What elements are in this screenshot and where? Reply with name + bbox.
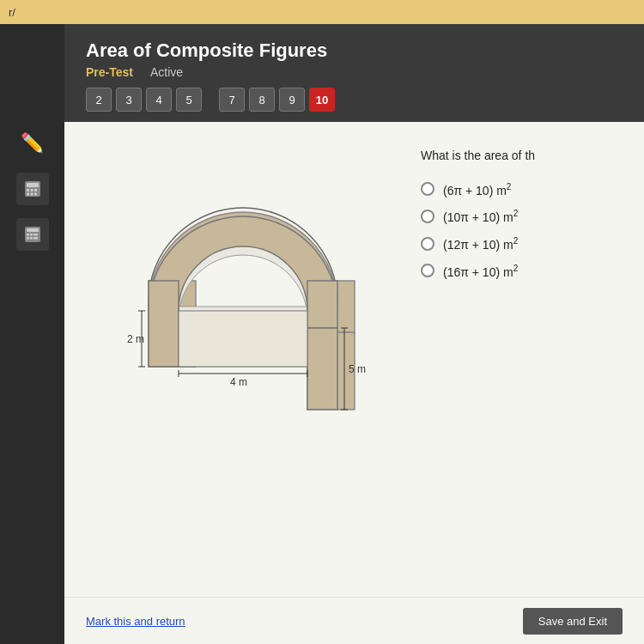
svg-rect-25 [149, 281, 179, 367]
option-2[interactable]: (10π + 10) m2 [421, 209, 627, 224]
option-1-radio[interactable] [421, 182, 434, 196]
svg-rect-6 [30, 193, 33, 196]
nav-gap [206, 88, 215, 112]
option-4-text: (16π + 10) m2 [443, 264, 518, 279]
content-header: Area of Composite Figures Pre-Test Activ… [64, 24, 644, 122]
svg-text:4 m: 4 m [230, 376, 247, 388]
nav-btn-5[interactable]: 5 [176, 88, 202, 112]
question-nav: 2 3 4 5 7 8 9 10 [86, 88, 623, 112]
svg-rect-7 [34, 193, 37, 196]
option-3-text: (12π + 10) m2 [443, 236, 518, 252]
content-panel: Area of Composite Figures Pre-Test Activ… [64, 24, 644, 644]
svg-rect-11 [30, 234, 33, 236]
calculator-large-icon[interactable] [16, 173, 49, 205]
svg-rect-13 [27, 237, 29, 240]
browser-url: r/ [9, 6, 15, 19]
options-list: (6π + 10) m2 (10π + 10) m2 (12π + 10) m2… [421, 182, 627, 279]
nav-btn-2[interactable]: 2 [86, 88, 112, 112]
pencil-icon[interactable]: ✏️ [16, 127, 49, 160]
nav-btn-8[interactable]: 8 [249, 88, 275, 112]
svg-rect-3 [30, 189, 33, 191]
option-2-text: (10π + 10) m2 [443, 209, 518, 224]
browser-bar: r/ [0, 0, 644, 24]
save-exit-button[interactable]: Save and Exit [523, 608, 623, 635]
option-4-radio[interactable] [421, 264, 434, 277]
svg-text:2 m: 2 m [127, 333, 144, 345]
nav-btn-3[interactable]: 3 [116, 88, 142, 112]
question-text: What is the area of th [421, 148, 627, 165]
option-3[interactable]: (12π + 10) m2 [421, 236, 627, 252]
svg-rect-12 [33, 234, 38, 236]
svg-rect-28 [179, 311, 307, 367]
svg-rect-27 [307, 328, 337, 410]
nav-btn-9[interactable]: 9 [279, 88, 305, 112]
question-area: 2 m 4 m 5 m What is [64, 122, 644, 644]
footer: Mark this and return Save and Exit [64, 597, 644, 644]
main-container: ✏️ [0, 24, 644, 644]
calculator-small-icon[interactable] [16, 218, 49, 251]
svg-rect-26 [307, 281, 337, 328]
sidebar: ✏️ [0, 24, 64, 644]
svg-text:5 m: 5 m [349, 363, 366, 375]
nav-btn-4[interactable]: 4 [146, 88, 172, 112]
svg-rect-9 [27, 228, 39, 232]
answer-area: What is the area of th (6π + 10) m2 (10π… [421, 139, 644, 627]
option-1-text: (6π + 10) m2 [443, 182, 511, 197]
svg-rect-5 [27, 193, 29, 196]
option-3-radio[interactable] [421, 237, 434, 251]
active-label: Active [150, 65, 183, 79]
mark-return-link[interactable]: Mark this and return [86, 615, 185, 628]
nav-btn-10[interactable]: 10 [309, 88, 335, 112]
status-row: Pre-Test Active [86, 65, 623, 79]
option-1[interactable]: (6π + 10) m2 [421, 182, 627, 197]
nav-btn-7[interactable]: 7 [219, 88, 245, 112]
composite-figure: 2 m 4 m 5 m [123, 148, 380, 422]
svg-rect-4 [34, 189, 37, 191]
pre-test-label: Pre-Test [86, 65, 133, 79]
svg-rect-10 [27, 234, 29, 236]
svg-rect-1 [27, 183, 39, 187]
svg-rect-2 [27, 189, 29, 191]
page-title: Area of Composite Figures [86, 39, 623, 62]
option-2-radio[interactable] [421, 210, 434, 223]
figure-area: 2 m 4 m 5 m [64, 139, 421, 627]
svg-rect-14 [30, 237, 33, 240]
option-4[interactable]: (16π + 10) m2 [421, 264, 627, 279]
svg-rect-15 [33, 237, 38, 240]
